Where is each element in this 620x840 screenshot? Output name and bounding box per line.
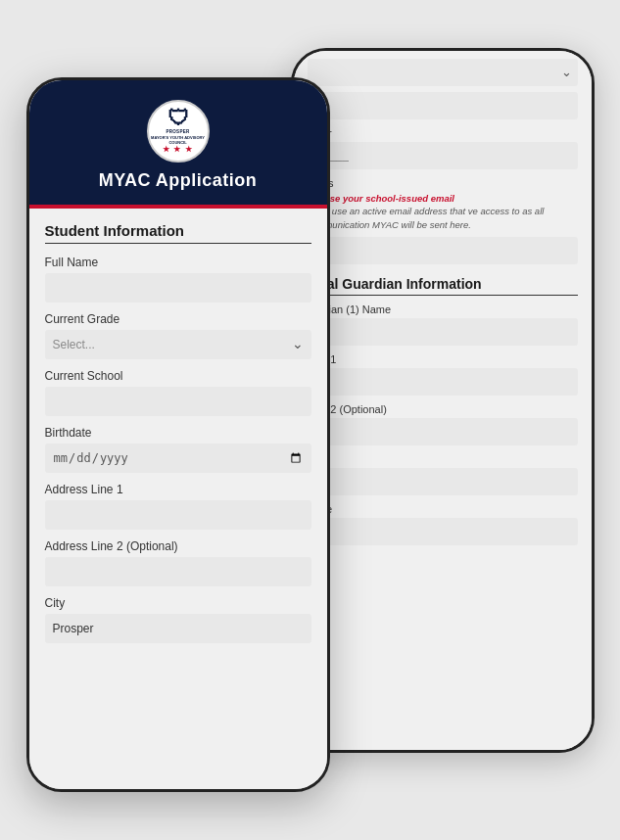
select-wrapper-grade: Select... 9th 10th 11th 12th bbox=[45, 330, 311, 359]
scene: mber dress not use your school-issued em… bbox=[26, 19, 595, 821]
back-label-guardian-line1: Line 1 bbox=[308, 353, 578, 365]
input-full-name[interactable] bbox=[45, 273, 311, 303]
back-field-guardian-city[interactable] bbox=[308, 468, 578, 495]
email-warning-rest: lease use an active email address that v… bbox=[308, 206, 545, 229]
label-current-school: Current School bbox=[45, 369, 311, 383]
back-field-guardian-line1[interactable] bbox=[308, 368, 578, 396]
input-address-line1[interactable] bbox=[45, 500, 311, 530]
input-city[interactable] bbox=[45, 614, 311, 643]
label-birthdate: Birthdate bbox=[45, 426, 311, 440]
back-field-guardian-state[interactable] bbox=[308, 518, 578, 545]
label-address-line1: Address Line 1 bbox=[45, 483, 311, 496]
input-current-school[interactable] bbox=[45, 387, 311, 416]
student-section-title: Student Information bbox=[45, 222, 311, 239]
back-field-email[interactable] bbox=[308, 237, 578, 264]
guardian-section-divider bbox=[308, 295, 578, 296]
back-top-select[interactable] bbox=[308, 59, 578, 86]
front-header: 🛡 PROSPER MAYOR'S YOUTH ADVISORY COUNCIL… bbox=[29, 80, 327, 205]
select-current-grade[interactable]: Select... 9th 10th 11th 12th bbox=[45, 330, 311, 359]
back-label-guardian-line2: Line 2 (Optional) bbox=[308, 403, 578, 415]
back-field-guardian-line2[interactable] bbox=[308, 418, 578, 445]
logo-text-sub: MAYOR'S YOUTH ADVISORY COUNCIL bbox=[149, 135, 208, 145]
back-label-address: dress bbox=[308, 177, 578, 189]
logo-circle: 🛡 PROSPER MAYOR'S YOUTH ADVISORY COUNCIL… bbox=[147, 100, 210, 163]
label-full-name: Full Name bbox=[45, 256, 311, 269]
app-title: MYAC Application bbox=[99, 170, 258, 191]
label-address-line2: Address Line 2 (Optional) bbox=[45, 539, 311, 553]
back-field-number[interactable] bbox=[308, 142, 578, 169]
back-label-guardian-name: uardian (1) Name bbox=[308, 303, 578, 315]
label-current-grade: Current Grade bbox=[45, 312, 311, 326]
email-warning: not use your school-issued email lease u… bbox=[308, 192, 578, 231]
back-field-blank-1[interactable] bbox=[308, 92, 578, 119]
back-phone-body: mber dress not use your school-issued em… bbox=[294, 51, 592, 750]
guardian-section-title: legal Guardian Information bbox=[308, 276, 578, 292]
student-section-divider bbox=[45, 243, 311, 244]
input-address-line2[interactable] bbox=[45, 557, 311, 586]
back-label-guardian-city: City bbox=[308, 453, 578, 465]
logo-inner: 🛡 PROSPER MAYOR'S YOUTH ADVISORY COUNCIL… bbox=[149, 108, 208, 156]
label-city: City bbox=[45, 596, 311, 610]
back-label-guardian-state: State bbox=[308, 503, 578, 515]
input-birthdate[interactable] bbox=[45, 443, 311, 473]
back-select-wrapper-top bbox=[308, 59, 578, 86]
back-label-number: mber bbox=[308, 127, 578, 139]
back-field-guardian-name[interactable] bbox=[308, 318, 578, 346]
logo-shield-icon: 🛡 bbox=[149, 108, 208, 129]
logo-stars: ★ ★ ★ bbox=[149, 145, 208, 155]
front-body: Student Information Full Name Current Gr… bbox=[29, 209, 327, 790]
phone-back: mber dress not use your school-issued em… bbox=[291, 48, 595, 753]
phone-front: 🛡 PROSPER MAYOR'S YOUTH ADVISORY COUNCIL… bbox=[26, 77, 330, 792]
